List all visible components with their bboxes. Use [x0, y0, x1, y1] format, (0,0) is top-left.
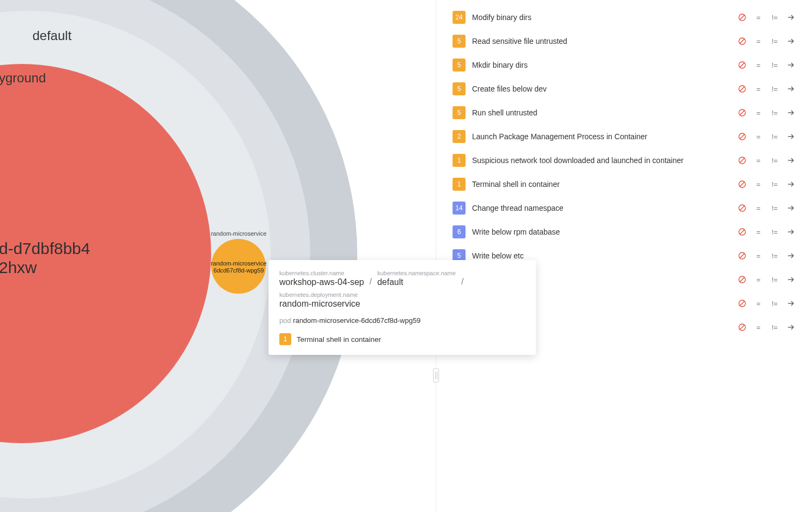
forbid-icon[interactable] [737, 155, 747, 165]
tooltip-event-row[interactable]: 1 Terminal shell in container [279, 333, 525, 345]
event-actions: =!= [737, 322, 796, 332]
breadcrumb-namespace-key: kubernetes.namespace.name [377, 270, 456, 276]
topology-visualization[interactable]: default yground d-d7dbf8bb4 2hxw random-… [0, 0, 436, 512]
filter-not-equals-button[interactable]: != [770, 275, 780, 284]
event-row[interactable]: 24Modify binary dirs=!= [436, 5, 812, 29]
event-row[interactable]: 1Terminal shell in container=!= [436, 172, 812, 196]
arrow-right-icon[interactable] [786, 84, 796, 94]
forbid-icon[interactable] [737, 275, 747, 284]
svg-line-1 [740, 15, 744, 20]
pod-main-label-line2: 2hxw [0, 258, 37, 276]
microservice-pod-label: random-microservice 6dcd67cf8d-wpg59 [206, 260, 271, 274]
event-label: Write below rpm database [472, 228, 737, 236]
event-actions: =!= [737, 108, 796, 118]
arrow-right-icon[interactable] [786, 322, 796, 332]
event-row[interactable]: 1Suspicious network tool downloaded and … [436, 148, 812, 172]
event-row[interactable]: 6Write below rpm database=!= [436, 220, 812, 244]
forbid-icon[interactable] [737, 179, 747, 189]
event-count-badge: 5 [453, 82, 466, 95]
filter-equals-button[interactable]: = [754, 12, 763, 22]
breadcrumb-namespace-val: default [377, 277, 456, 287]
forbid-icon[interactable] [737, 12, 747, 22]
arrow-right-icon[interactable] [786, 275, 796, 284]
forbid-icon[interactable] [737, 227, 747, 237]
filter-not-equals-button[interactable]: != [770, 12, 780, 22]
arrow-right-icon[interactable] [786, 60, 796, 70]
event-actions: =!= [737, 203, 796, 213]
svg-line-19 [740, 158, 744, 163]
arrow-right-icon[interactable] [786, 108, 796, 118]
forbid-icon[interactable] [737, 132, 747, 141]
event-row[interactable]: 5Run shell untrusted=!= [436, 101, 812, 125]
event-row[interactable]: 2Launch Package Management Process in Co… [436, 125, 812, 148]
filter-not-equals-button[interactable]: != [770, 84, 780, 94]
event-row[interactable]: 5Mkdir binary dirs=!= [436, 53, 812, 77]
filter-equals-button[interactable]: = [754, 203, 763, 213]
svg-line-7 [740, 63, 744, 67]
arrow-right-icon[interactable] [786, 155, 796, 165]
event-count-badge: 14 [453, 202, 466, 215]
filter-not-equals-button[interactable]: != [770, 251, 780, 261]
event-row[interactable]: 5Create files below dev=!= [436, 77, 812, 101]
filter-not-equals-button[interactable]: != [770, 299, 780, 308]
filter-not-equals-button[interactable]: != [770, 60, 780, 70]
event-label: Create files below dev [472, 85, 737, 93]
filter-not-equals-button[interactable]: != [770, 322, 780, 332]
filter-equals-button[interactable]: = [754, 299, 763, 308]
arrow-right-icon[interactable] [786, 36, 796, 46]
arrow-right-icon[interactable] [786, 299, 796, 308]
tooltip-event-count-badge: 1 [279, 333, 291, 345]
forbid-icon[interactable] [737, 322, 747, 332]
node-tooltip: kubernetes.cluster.name workshop-aws-04-… [269, 260, 536, 355]
event-count-badge: 2 [453, 130, 466, 143]
breadcrumb-cluster-val: workshop-aws-04-sep [279, 277, 364, 287]
forbid-icon[interactable] [737, 60, 747, 70]
filter-not-equals-button[interactable]: != [770, 132, 780, 141]
microservice-deployment-label: random-microservice [206, 230, 271, 237]
event-count-badge: 24 [453, 11, 466, 24]
svg-line-25 [740, 206, 744, 210]
forbid-icon[interactable] [737, 299, 747, 308]
event-row[interactable]: 14Change thread namespace=!= [436, 196, 812, 220]
filter-equals-button[interactable]: = [754, 251, 763, 261]
arrow-right-icon[interactable] [786, 132, 796, 141]
filter-equals-button[interactable]: = [754, 179, 763, 189]
event-row[interactable]: 5Read sensitive file untrusted=!= [436, 29, 812, 53]
svg-line-13 [740, 111, 744, 115]
forbid-icon[interactable] [737, 203, 747, 213]
filter-equals-button[interactable]: = [754, 227, 763, 237]
forbid-icon[interactable] [737, 36, 747, 46]
arrow-right-icon[interactable] [786, 179, 796, 189]
arrow-right-icon[interactable] [786, 12, 796, 22]
filter-not-equals-button[interactable]: != [770, 179, 780, 189]
filter-equals-button[interactable]: = [754, 108, 763, 118]
filter-equals-button[interactable]: = [754, 322, 763, 332]
filter-equals-button[interactable]: = [754, 84, 763, 94]
arrow-right-icon[interactable] [786, 203, 796, 213]
filter-equals-button[interactable]: = [754, 60, 763, 70]
event-count-badge: 5 [453, 35, 466, 48]
breadcrumb-deployment[interactable]: kubernetes.deployment.name random-micros… [279, 291, 360, 309]
filter-not-equals-button[interactable]: != [770, 36, 780, 46]
filter-equals-button[interactable]: = [754, 132, 763, 141]
filter-equals-button[interactable]: = [754, 275, 763, 284]
forbid-icon[interactable] [737, 251, 747, 261]
forbid-icon[interactable] [737, 84, 747, 94]
microservice-pod-label-line2: 6dcd67cf8d-wpg59 [214, 267, 264, 274]
filter-not-equals-button[interactable]: != [770, 227, 780, 237]
event-actions: =!= [737, 84, 796, 94]
breadcrumb-namespace[interactable]: kubernetes.namespace.name default [377, 270, 456, 287]
arrow-right-icon[interactable] [786, 227, 796, 237]
svg-line-40 [740, 325, 744, 329]
arrow-right-icon[interactable] [786, 251, 796, 261]
filter-not-equals-button[interactable]: != [770, 155, 780, 165]
forbid-icon[interactable] [737, 108, 747, 118]
breadcrumb-cluster[interactable]: kubernetes.cluster.name workshop-aws-04-… [279, 270, 364, 287]
filter-equals-button[interactable]: = [754, 155, 763, 165]
event-label: Mkdir binary dirs [472, 61, 737, 69]
filter-not-equals-button[interactable]: != [770, 108, 780, 118]
filter-not-equals-button[interactable]: != [770, 203, 780, 213]
event-actions: =!= [737, 275, 796, 284]
filter-equals-button[interactable]: = [754, 36, 763, 46]
event-actions: =!= [737, 251, 796, 261]
